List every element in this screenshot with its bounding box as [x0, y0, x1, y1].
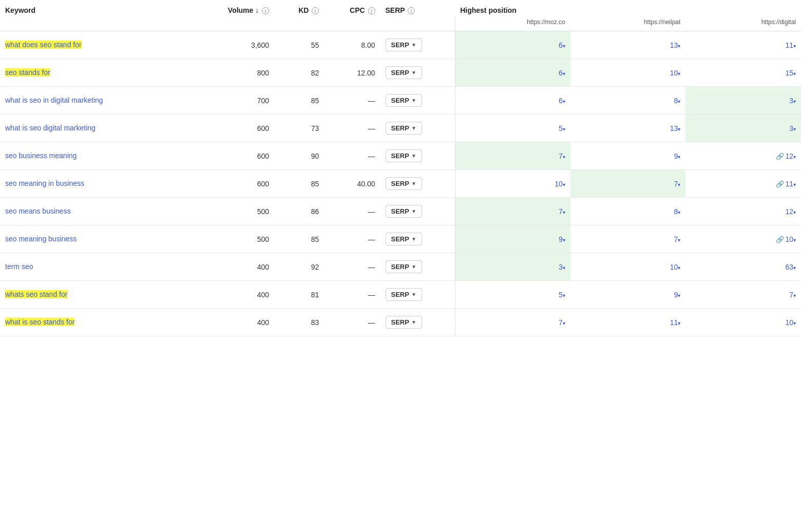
site1-position-cell[interactable]: 3▾ — [455, 253, 570, 281]
keyword-cell[interactable]: seo business meaning — [0, 142, 193, 170]
keyword-text: seo means business — [5, 207, 71, 215]
site2-position-arrow: ▾ — [678, 99, 680, 104]
kd-cell: 85 — [274, 87, 324, 115]
serp-button[interactable]: SERP ▼ — [386, 177, 422, 190]
site3-position-value: 12 — [785, 207, 793, 216]
serp-cell[interactable]: SERP ▼ — [380, 142, 455, 170]
serp-dropdown-arrow: ▼ — [411, 208, 416, 214]
site2-position-value: 13 — [670, 41, 678, 49]
serp-cell[interactable]: SERP ▼ — [380, 31, 455, 59]
site1-position-value: 10 — [555, 180, 563, 188]
serp-button[interactable]: SERP ▼ — [386, 316, 422, 329]
volume-info-icon[interactable]: i — [262, 7, 269, 14]
serp-label: SERP — [391, 97, 409, 104]
serp-cell[interactable]: SERP ▼ — [380, 198, 455, 225]
serp-cell[interactable]: SERP ▼ — [380, 59, 455, 87]
keyword-cell[interactable]: what is seo in digital marketing — [0, 87, 193, 115]
cpc-cell: — — [324, 115, 380, 142]
site2-position-cell[interactable]: 13▾ — [570, 31, 686, 59]
site3-position-cell[interactable]: 🔗10▾ — [685, 225, 801, 253]
keyword-cell[interactable]: what is seo stands for — [0, 309, 193, 336]
keyword-cell[interactable]: seo meaning in business — [0, 170, 193, 198]
volume-cell: 600 — [193, 142, 274, 170]
kd-info-icon[interactable]: i — [312, 7, 319, 14]
site2-position-cell[interactable]: 10▾ — [570, 59, 686, 87]
site2-position-cell[interactable]: 10▾ — [570, 253, 686, 281]
site1-position-arrow: ▾ — [563, 265, 565, 271]
site3-position-cell[interactable]: 11▾ — [685, 31, 801, 59]
serp-label: SERP — [391, 318, 409, 326]
serp-info-icon[interactable]: i — [408, 7, 415, 14]
serp-button[interactable]: SERP ▼ — [386, 288, 422, 301]
site3-position-cell[interactable]: 10▾ — [685, 309, 801, 336]
site1-position-cell[interactable]: 5▾ — [455, 115, 570, 142]
keyword-text: what is seo in digital marketing — [5, 96, 103, 104]
serp-cell[interactable]: SERP ▼ — [380, 87, 455, 115]
serp-cell[interactable]: SERP ▼ — [380, 170, 455, 198]
serp-dropdown-arrow: ▼ — [411, 42, 416, 48]
site1-position-arrow: ▾ — [563, 293, 565, 298]
keyword-cell[interactable]: what is seo digital marketing — [0, 115, 193, 142]
site1-position-cell[interactable]: 10▾ — [455, 170, 570, 198]
serp-button[interactable]: SERP ▼ — [386, 205, 422, 218]
serp-cell[interactable]: SERP ▼ — [380, 115, 455, 142]
site2-position-cell[interactable]: 8▾ — [570, 87, 686, 115]
serp-button[interactable]: SERP ▼ — [386, 66, 422, 79]
keyword-cell[interactable]: term seo — [0, 253, 193, 281]
cpc-cell: — — [324, 309, 380, 336]
site2-position-cell[interactable]: 11▾ — [570, 309, 686, 336]
serp-dropdown-arrow: ▼ — [411, 125, 416, 131]
keyword-cell[interactable]: seo meaning business — [0, 225, 193, 253]
keyword-text: whats seo stand for — [5, 290, 67, 298]
site3-position-cell[interactable]: 7▾ — [685, 281, 801, 309]
serp-cell[interactable]: SERP ▼ — [380, 225, 455, 253]
serp-button[interactable]: SERP ▼ — [386, 122, 422, 135]
keyword-cell[interactable]: seo means business — [0, 198, 193, 225]
serp-button[interactable]: SERP ▼ — [386, 39, 422, 51]
site1-position-cell[interactable]: 6▾ — [455, 59, 570, 87]
serp-button[interactable]: SERP ▼ — [386, 94, 422, 107]
site1-position-cell[interactable]: 9▾ — [455, 225, 570, 253]
keyword-cell[interactable]: what does seo stand for — [0, 31, 193, 59]
site2-position-arrow: ▾ — [678, 182, 680, 187]
cpc-info-icon[interactable]: i — [368, 7, 375, 14]
site1-position-cell[interactable]: 5▾ — [455, 281, 570, 309]
serp-cell[interactable]: SERP ▼ — [380, 309, 455, 336]
site2-position-cell[interactable]: 9▾ — [570, 142, 686, 170]
site2-position-cell[interactable]: 8▾ — [570, 198, 686, 225]
site2-position-cell[interactable]: 7▾ — [570, 170, 686, 198]
site1-position-arrow: ▾ — [563, 71, 565, 77]
site1-position-cell[interactable]: 7▾ — [455, 142, 570, 170]
site1-position-cell[interactable]: 7▾ — [455, 309, 570, 336]
site1-position-cell[interactable]: 7▾ — [455, 198, 570, 225]
table-row: what is seo digital marketing60073— SERP… — [0, 115, 801, 142]
site3-position-cell[interactable]: 3▾ — [685, 115, 801, 142]
site3-position-cell[interactable]: 15▾ — [685, 59, 801, 87]
serp-button[interactable]: SERP ▼ — [386, 233, 422, 245]
site3-position-cell[interactable]: 3▾ — [685, 87, 801, 115]
serp-button[interactable]: SERP ▼ — [386, 260, 422, 273]
site3-position-arrow: ▾ — [793, 265, 796, 271]
site1-position-cell[interactable]: 6▾ — [455, 31, 570, 59]
serp-button[interactable]: SERP ▼ — [386, 149, 422, 162]
cpc-cell: — — [324, 225, 380, 253]
volume-header[interactable]: Volume ↓ i — [193, 0, 274, 16]
keyword-cell[interactable]: whats seo stand for — [0, 281, 193, 309]
site3-position-cell[interactable]: 🔗12▾ — [685, 142, 801, 170]
site2-position-cell[interactable]: 13▾ — [570, 115, 686, 142]
serp-cell[interactable]: SERP ▼ — [380, 281, 455, 309]
site3-position-cell[interactable]: 🔗11▾ — [685, 170, 801, 198]
keyword-cell[interactable]: seo stands for — [0, 59, 193, 87]
kd-cell: 55 — [274, 31, 324, 59]
serp-cell[interactable]: SERP ▼ — [380, 253, 455, 281]
site3-position-value: 3 — [789, 124, 793, 132]
site3-position-cell[interactable]: 12▾ — [685, 198, 801, 225]
site3-position-cell[interactable]: 63▾ — [685, 253, 801, 281]
site3-position-value: 11 — [785, 180, 793, 188]
site2-position-cell[interactable]: 9▾ — [570, 281, 686, 309]
cpc-subheader — [324, 16, 380, 31]
site1-position-cell[interactable]: 6▾ — [455, 87, 570, 115]
site2-position-cell[interactable]: 7▾ — [570, 225, 686, 253]
site3-position-arrow: ▾ — [793, 293, 796, 298]
site1-position-arrow: ▾ — [563, 99, 565, 104]
